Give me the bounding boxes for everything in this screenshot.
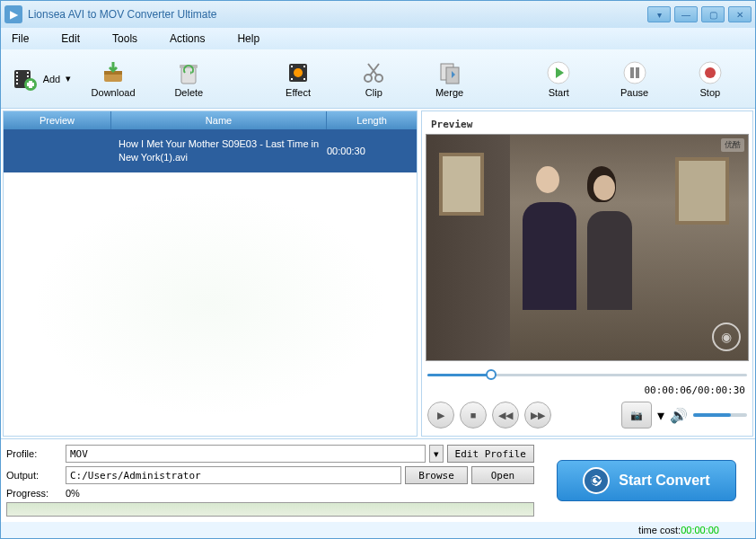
row-length: 00:00:30	[327, 146, 417, 156]
row-filename: How I Met Your Mother S09E03 - Last Time…	[111, 134, 327, 169]
stop-icon	[698, 60, 723, 85]
time-cost-label: time cost:	[638, 525, 681, 535]
toolbar: Add ▾ Download Delete Effect Clip	[1, 49, 755, 109]
stop-label: Stop	[699, 87, 720, 98]
edit-profile-button[interactable]: Edit Profile	[447, 445, 534, 463]
app-window: ▶ Lionsea AVI to MOV Converter Ultimate …	[0, 0, 756, 539]
file-list: Preview Name Length How I Met Your Mothe…	[3, 110, 418, 437]
add-button[interactable]: Add ▾	[8, 52, 75, 106]
pause-label: Pause	[620, 87, 648, 98]
player-play-button[interactable]: ▶	[427, 402, 454, 429]
svg-point-27	[624, 62, 646, 84]
svg-rect-18	[291, 78, 293, 80]
convert-area: ⟳ Start Convert	[543, 445, 750, 517]
profile-label: Profile:	[6, 448, 62, 459]
menu-help[interactable]: Help	[237, 32, 259, 45]
minimize-button[interactable]: —	[674, 6, 698, 22]
video-frame: ◉ 优酷	[426, 135, 748, 360]
output-label: Output:	[6, 470, 62, 481]
col-preview[interactable]: Preview	[4, 111, 111, 129]
svg-rect-19	[303, 66, 305, 67]
stop-button[interactable]: Stop	[672, 52, 748, 106]
skin-button[interactable]: ▾	[647, 6, 671, 22]
menu-actions[interactable]: Actions	[170, 32, 205, 45]
svg-rect-11	[27, 83, 34, 86]
progress-value: 0%	[66, 488, 80, 499]
titlebar-title: Lionsea AVI to MOV Converter Ultimate	[28, 8, 647, 21]
play-icon	[546, 60, 571, 85]
window-controls: ▾ — ▢ ✕	[647, 6, 752, 22]
maximize-button[interactable]: ▢	[701, 6, 725, 22]
pause-icon	[622, 60, 647, 85]
watermark: 优酷	[721, 138, 744, 152]
col-name[interactable]: Name	[111, 111, 327, 129]
time-display: 00:00:06/00:00:30	[426, 383, 749, 398]
profile-dropdown-icon[interactable]: ▾	[429, 445, 444, 463]
list-empty-area	[4, 172, 417, 436]
output-path-input[interactable]	[66, 466, 401, 484]
progress-bar	[6, 502, 534, 517]
menu-file[interactable]: File	[12, 32, 29, 45]
menubar: File Edit Tools Actions Help	[1, 28, 755, 49]
snapshot-button[interactable]: 📷	[621, 402, 652, 429]
close-button[interactable]: ✕	[728, 6, 752, 22]
start-convert-button[interactable]: ⟳ Start Convert	[557, 460, 736, 501]
list-row[interactable]: How I Met Your Mother S09E03 - Last Time…	[4, 129, 417, 172]
svg-rect-5	[27, 72, 29, 74]
preview-pane: Preview ◉ 优酷	[421, 110, 753, 437]
player-rewind-button[interactable]: ◀◀	[492, 402, 519, 429]
progress-label: Progress:	[6, 488, 62, 499]
player-forward-button[interactable]: ▶▶	[524, 402, 551, 429]
svg-point-21	[294, 68, 303, 77]
preview-title: Preview	[426, 115, 749, 134]
list-header: Preview Name Length	[4, 111, 417, 129]
app-icon: ▶	[4, 5, 22, 23]
effect-button[interactable]: Effect	[260, 52, 336, 106]
svg-rect-3	[16, 79, 18, 81]
settings-area: Profile: ▾ Edit Profile Output: Browse O…	[6, 445, 534, 517]
open-button[interactable]: Open	[471, 466, 534, 484]
merge-button[interactable]: Merge	[411, 52, 487, 106]
seek-thumb[interactable]	[486, 369, 497, 380]
footer: time cost:00:00:00	[1, 522, 755, 538]
snapshot-dropdown-icon[interactable]: ▾	[657, 407, 664, 424]
effect-label: Effect	[286, 87, 311, 98]
clip-label: Clip	[365, 87, 382, 98]
cbs-logo-icon: ◉	[712, 323, 741, 351]
pause-button[interactable]: Pause	[596, 52, 672, 106]
volume-slider[interactable]	[693, 413, 747, 417]
bottom-panel: Profile: ▾ Edit Profile Output: Browse O…	[1, 438, 755, 522]
merge-icon	[437, 60, 462, 85]
add-label: Add	[43, 74, 61, 84]
svg-point-31	[705, 67, 716, 78]
svg-rect-6	[27, 75, 29, 77]
content-area: Preview Name Length How I Met Your Mothe…	[1, 109, 755, 438]
recycle-icon	[176, 60, 201, 85]
svg-rect-28	[630, 67, 634, 78]
profile-select[interactable]	[66, 445, 426, 463]
volume-icon[interactable]: 🔊	[670, 407, 688, 424]
col-length[interactable]: Length	[327, 111, 417, 129]
svg-rect-4	[16, 83, 18, 84]
dropdown-icon: ▾	[66, 73, 71, 84]
scissors-icon	[361, 60, 386, 85]
player-stop-button[interactable]: ■	[460, 402, 487, 429]
clip-button[interactable]: Clip	[336, 52, 411, 106]
download-button[interactable]: Download	[75, 52, 151, 106]
menu-tools[interactable]: Tools	[112, 32, 137, 45]
start-label: Start	[549, 87, 569, 98]
svg-rect-17	[291, 66, 293, 67]
delete-button[interactable]: Delete	[151, 52, 226, 106]
start-button[interactable]: Start	[521, 52, 596, 106]
svg-rect-20	[303, 78, 305, 80]
menu-edit[interactable]: Edit	[61, 32, 80, 45]
download-icon	[101, 60, 126, 85]
convert-label: Start Convert	[619, 473, 709, 489]
browse-button[interactable]: Browse	[405, 466, 468, 484]
convert-icon: ⟳	[583, 467, 610, 494]
titlebar: ▶ Lionsea AVI to MOV Converter Ultimate …	[1, 1, 755, 28]
seek-bar[interactable]	[427, 368, 747, 381]
delete-label: Delete	[174, 87, 203, 98]
effect-icon	[286, 60, 311, 85]
video-display[interactable]: ◉ 优酷	[426, 134, 749, 361]
